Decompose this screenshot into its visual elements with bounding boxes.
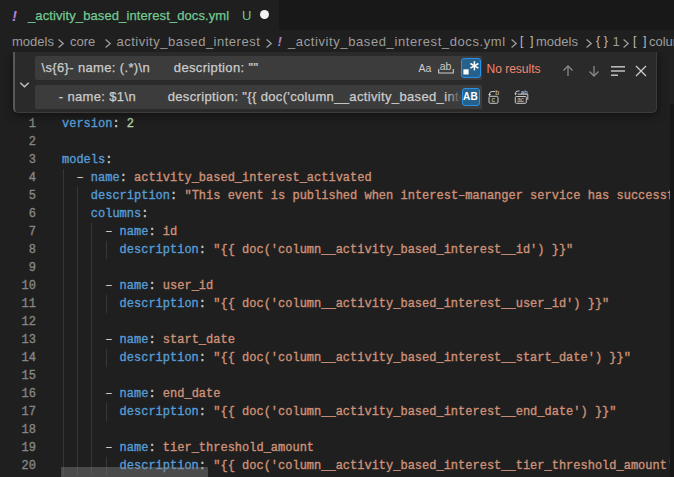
svg-text:ab: ab <box>520 89 527 95</box>
svg-text:ac: ac <box>517 96 525 103</box>
svg-text:b: b <box>495 89 499 96</box>
svg-text:c: c <box>492 96 496 103</box>
